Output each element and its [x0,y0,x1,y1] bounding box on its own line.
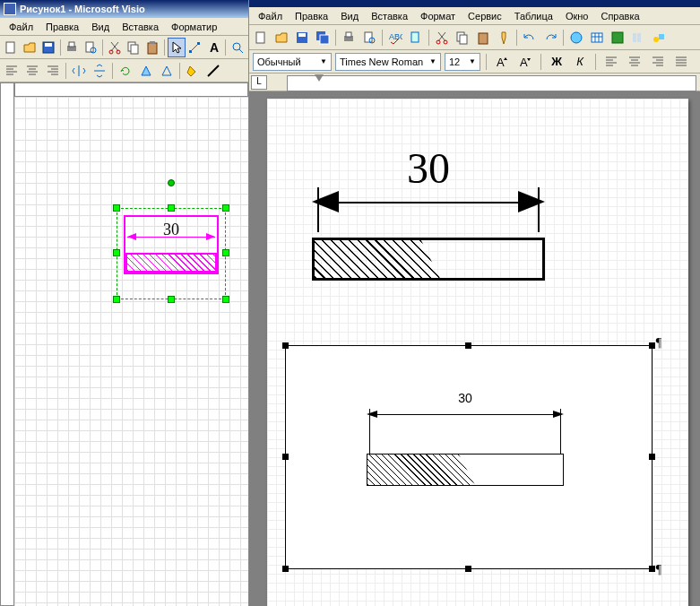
size-combo[interactable]: 12▼ [445,53,480,71]
object-handle[interactable] [649,454,655,460]
visio-ruler-vertical[interactable] [0,82,14,606]
visio-menu-view[interactable]: Вид [86,20,115,34]
cut-button[interactable] [432,28,452,48]
word-page[interactable]: 30 ¶ [267,99,688,606]
word-ruler-horizontal[interactable] [287,75,696,91]
columns-button[interactable] [628,28,648,48]
paste-button[interactable] [143,38,161,57]
print-button[interactable] [339,28,359,48]
pointer-button[interactable] [168,38,186,57]
pasted-drawing-large[interactable]: 30 [312,143,545,281]
flip-h-button[interactable] [69,61,89,81]
flip-v-button[interactable] [90,61,109,81]
open-button[interactable] [272,28,291,48]
font-combo[interactable]: Times New Roman▼ [335,53,441,71]
object-handle[interactable] [282,342,289,349]
separator [60,39,61,56]
grow-font-button[interactable]: A [492,52,512,72]
align-right-button[interactable] [648,52,668,72]
copy-button[interactable] [125,38,143,57]
resize-handle-br[interactable] [222,296,229,303]
word-menu-insert[interactable]: Вставка [366,9,413,23]
object-handle[interactable] [465,342,471,349]
arrow-left-icon [312,191,339,212]
line-button[interactable] [203,61,223,81]
hyperlink-button[interactable] [566,28,586,48]
justify-button[interactable] [671,52,691,72]
resize-handle-bm[interactable] [168,296,175,303]
visio-app-icon [4,3,16,15]
paste-button[interactable] [473,28,493,48]
redo-button[interactable] [540,28,560,48]
resize-handle-mr[interactable] [222,249,229,256]
preview-button[interactable] [82,38,99,57]
drawing-button[interactable] [649,28,669,48]
word-menu-table[interactable]: Таблица [509,9,558,23]
new-button[interactable] [251,28,271,48]
align-left-button[interactable] [2,61,22,81]
visio-ruler-horizontal[interactable] [14,82,248,97]
svg-text:ABC: ABC [389,32,402,41]
open-button[interactable] [21,38,39,57]
print-button[interactable] [64,38,82,57]
format-painter-button[interactable] [494,28,514,48]
fill-button[interactable] [183,61,203,81]
align-left-button[interactable] [601,52,621,72]
align-center-button[interactable] [625,52,644,72]
selected-shape-group[interactable]: 30 [113,186,229,303]
embedded-object-frame[interactable]: 30 [285,345,652,569]
saveall-button[interactable] [313,28,333,48]
preview-button[interactable] [359,28,379,48]
align-center-button[interactable] [22,61,42,81]
italic-button[interactable]: К [570,52,590,72]
rotate-button[interactable] [116,61,135,81]
visio-menu-format[interactable]: Форматир [166,20,222,34]
word-menu-format[interactable]: Формат [415,9,461,23]
word-menu-tools[interactable]: Сервис [462,9,507,23]
copy-button[interactable] [453,28,472,48]
align-right-button[interactable] [43,61,63,81]
word-menu-window[interactable]: Окно [560,9,594,23]
excel-button[interactable] [608,28,627,48]
save-button[interactable] [39,38,57,57]
word-document-area[interactable]: 30 ¶ [249,91,700,606]
tab-selector[interactable]: L [251,75,267,90]
visio-menu-insert[interactable]: Вставка [117,20,164,34]
object-handle[interactable] [465,566,471,572]
resize-handle-tm[interactable] [168,204,175,212]
shrink-font-button[interactable]: A [515,52,535,72]
resize-handle-ml[interactable] [113,249,120,256]
word-menu-help[interactable]: Справка [595,9,644,23]
save-button[interactable] [292,28,312,48]
table-button[interactable] [587,28,607,48]
shape2-button[interactable] [157,61,177,81]
word-menu-edit[interactable]: Правка [290,9,333,23]
rotation-handle[interactable] [168,179,175,186]
zoom-button[interactable] [229,38,246,57]
shape-button[interactable] [136,61,156,81]
resize-handle-bl[interactable] [113,296,120,303]
object-handle[interactable] [282,566,289,572]
cut-button[interactable] [106,38,124,57]
drawing-shape[interactable]: 30 [124,215,219,274]
style-combo[interactable]: Обычный▼ [253,53,332,71]
word-menu-view[interactable]: Вид [335,9,364,23]
visio-menu-edit[interactable]: Правка [40,20,84,34]
undo-button[interactable] [520,28,540,48]
visio-canvas[interactable]: 30 [14,97,248,606]
visio-menu-file[interactable]: Файл [4,20,39,34]
object-handle[interactable] [649,566,655,572]
text-button[interactable]: A [204,38,222,57]
new-button[interactable] [2,38,20,57]
bold-button[interactable]: Ж [547,52,566,72]
resize-handle-tl[interactable] [113,204,120,212]
separator [65,63,66,79]
object-handle[interactable] [282,454,289,460]
research-button[interactable] [406,28,426,48]
object-handle[interactable] [649,342,655,349]
indent-marker-icon[interactable] [315,74,324,83]
connector-button[interactable] [186,38,204,57]
spell-button[interactable]: ABC [385,28,405,48]
word-menu-file[interactable]: Файл [253,9,288,23]
resize-handle-tr[interactable] [222,204,229,212]
